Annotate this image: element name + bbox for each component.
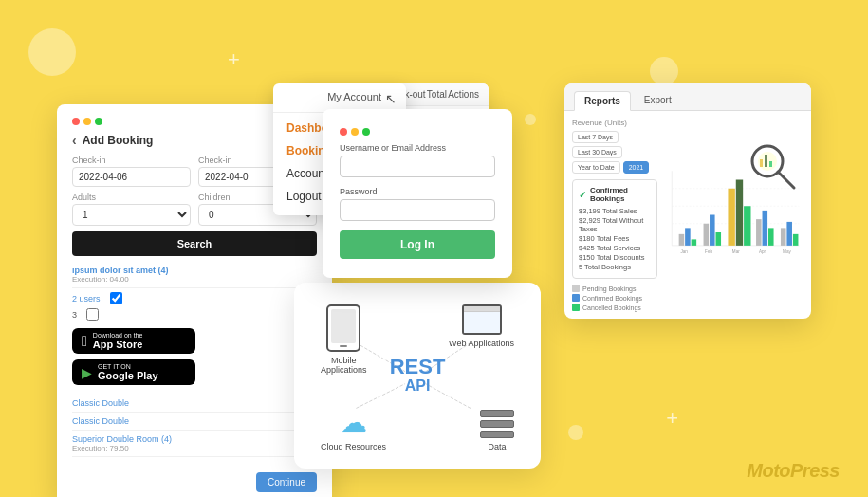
- login-dot-red: [340, 128, 347, 136]
- booking-title: Add Booking: [83, 134, 154, 147]
- rest-api-center: REST API: [390, 357, 446, 395]
- checkin-label: Check-in: [72, 156, 191, 165]
- svg-rect-16: [768, 228, 774, 246]
- stat-2: $2,929 Total Without Taxes: [579, 216, 651, 233]
- watermark: MotoPress: [747, 460, 840, 482]
- legend-cancelled: Cancelled Bookings: [582, 304, 641, 311]
- googleplay-text: GET IT ON Google Play: [98, 363, 158, 381]
- cloud-label: Cloud Resources: [321, 442, 386, 451]
- checkbox-1[interactable]: [110, 292, 122, 304]
- svg-rect-13: [744, 206, 750, 246]
- filter-2021[interactable]: 2021: [623, 161, 650, 174]
- password-label: Password: [340, 187, 495, 196]
- room-name-2: Classic Double: [72, 416, 129, 426]
- magnify-icon: [747, 140, 803, 197]
- svg-rect-9: [710, 215, 715, 246]
- plus-deco-1: +: [228, 47, 240, 72]
- legend-pending: Pending Bookings: [582, 285, 636, 292]
- login-panel: Username or Email Address Password Log I…: [323, 109, 512, 278]
- api-item-cloud: ☁ Cloud Resources: [321, 407, 386, 451]
- svg-rect-7: [692, 239, 697, 245]
- legend-confirmed-icon: [572, 294, 580, 302]
- dot-yellow: [83, 118, 91, 125]
- api-panel: MobileApplications Web Applications REST…: [294, 283, 541, 469]
- svg-rect-14: [756, 219, 762, 246]
- adults-group: Adults 1 2 3: [72, 193, 191, 226]
- svg-rect-6: [685, 228, 691, 246]
- lorem-item-1: ipsum dolor sit amet (4) Execution: 04.0…: [72, 266, 317, 288]
- legend-pending-icon: [572, 285, 580, 292]
- checkin-input[interactable]: [72, 167, 191, 187]
- login-button[interactable]: Log In: [340, 230, 495, 259]
- svg-rect-5: [679, 234, 685, 246]
- my-account-label: My Account: [327, 91, 381, 106]
- stat-4: $425 Total Services: [579, 244, 651, 252]
- stat-6: 5 Total Bookings: [579, 263, 651, 271]
- svg-text:Jan: Jan: [680, 249, 688, 254]
- deco-circle-4: [568, 425, 583, 440]
- checkbox-2[interactable]: [86, 308, 99, 321]
- room-name-1: Classic Double: [72, 398, 129, 408]
- phone-icon: [326, 304, 360, 352]
- svg-rect-11: [728, 189, 734, 246]
- api-item-web: Web Applications: [449, 304, 514, 348]
- rack-2: [480, 420, 514, 428]
- search-button[interactable]: Search: [72, 231, 317, 256]
- room-item-2[interactable]: Classic Double —: [72, 413, 317, 431]
- appstore-big: App Store: [93, 339, 143, 350]
- continue-button[interactable]: Continue: [256, 472, 317, 492]
- stat-1: $3,199 Total Sales: [579, 207, 651, 215]
- phone-home: [340, 345, 347, 347]
- api-item-mobile: MobileApplications: [321, 304, 367, 375]
- tab-reports[interactable]: Reports: [574, 91, 631, 111]
- confirmed-box: ✓ Confirmed Bookings $3,199 Total Sales …: [572, 179, 657, 279]
- rest-text: REST: [390, 357, 446, 377]
- row-with-checkbox: 2 users: [72, 292, 317, 304]
- deco-circle-2: [650, 57, 678, 85]
- tab-export[interactable]: Export: [635, 91, 681, 110]
- svg-rect-28: [760, 159, 763, 167]
- api-item-data: Data: [480, 410, 514, 451]
- reports-panel: Reports Export Revenue (Units) Last 7 Da…: [564, 83, 811, 319]
- rack-3: [480, 431, 514, 438]
- google-big: Google Play: [98, 370, 158, 381]
- web-label: Web Applications: [449, 339, 514, 348]
- reports-left: Revenue (Units) Last 7 Days Last 30 Days…: [572, 119, 657, 311]
- legend-cancelled-icon: [572, 304, 580, 311]
- login-dot-yellow: [351, 128, 359, 136]
- svg-line-26: [778, 172, 794, 188]
- svg-text:May: May: [783, 249, 791, 254]
- google-small: GET IT ON: [98, 363, 158, 370]
- server-icon: [480, 410, 514, 438]
- username-input[interactable]: [340, 156, 495, 177]
- users-text: 2 users: [72, 294, 101, 304]
- password-input[interactable]: [340, 199, 495, 221]
- row-number: 3: [72, 310, 77, 320]
- svg-text:Feb: Feb: [705, 249, 712, 254]
- filter-ytd[interactable]: Year to Date: [572, 161, 620, 174]
- svg-rect-29: [765, 155, 767, 167]
- adults-select[interactable]: 1 2 3: [72, 204, 191, 226]
- svg-rect-10: [716, 232, 722, 246]
- room-item-3[interactable]: Superior Double Room (4) Execution: 79.5…: [72, 431, 317, 457]
- svg-rect-18: [786, 222, 792, 246]
- back-icon: ‹: [72, 133, 77, 148]
- confirmed-title: ✓ Confirmed Bookings: [579, 186, 651, 203]
- googleplay-badge[interactable]: ▶ GET IT ON Google Play: [72, 359, 195, 385]
- revenue-title: Revenue (Units): [572, 119, 657, 127]
- svg-rect-12: [736, 180, 743, 246]
- apple-icon: : [82, 333, 87, 350]
- room-item-1[interactable]: Classic Double —: [72, 395, 317, 413]
- appstore-badge[interactable]:  Download on the App Store: [72, 328, 195, 354]
- row-with-checkbox-2: 3: [72, 308, 317, 321]
- confirmed-title-text: Confirmed Bookings: [590, 186, 651, 203]
- room-list: Classic Double — Classic Double — Superi…: [72, 395, 317, 457]
- dot-green: [95, 118, 102, 125]
- filter-30days[interactable]: Last 30 Days: [572, 146, 622, 158]
- api-panel-inner: MobileApplications Web Applications REST…: [311, 300, 524, 451]
- filter-7days[interactable]: Last 7 Days: [572, 131, 619, 143]
- store-badges:  Download on the App Store ▶ GET IT ON …: [72, 328, 317, 385]
- appstore-text: Download on the App Store: [93, 332, 143, 350]
- username-label: Username or Email Address: [340, 143, 495, 153]
- dot-red: [72, 118, 80, 125]
